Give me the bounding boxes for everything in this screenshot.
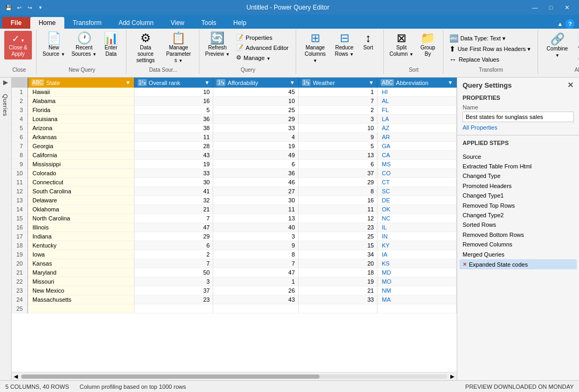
query-settings-close[interactable]: ✕ <box>567 81 574 89</box>
abbr-cell[interactable]: NC <box>377 214 457 223</box>
abbr-cell[interactable]: AR <box>377 133 457 142</box>
recent-sources-button[interactable]: 🕐 RecentSources ▼ <box>69 31 99 59</box>
data-source-settings-button[interactable]: ⚙ Data sourcesettings <box>130 31 162 65</box>
undo-icon[interactable]: ↩ <box>15 3 23 12</box>
text-analytics-button[interactable]: 📝 Text Ana... <box>575 33 579 42</box>
col-header-weather[interactable]: 1²₃ Weather ▼ <box>298 78 377 88</box>
col-header-state[interactable]: ABC State ▼ <box>28 78 134 88</box>
step-item[interactable]: Changed Type1 <box>459 191 577 200</box>
abbr-cell[interactable]: NM <box>377 286 457 295</box>
title-bar-icons: 💾 ↩ ↪ ▼ <box>4 3 45 12</box>
abbr-cell[interactable]: MA <box>377 295 457 304</box>
abbr-cell[interactable]: LA <box>377 115 457 124</box>
abbr-cell[interactable]: KS <box>377 259 457 268</box>
grid-container[interactable]: ABC State ▼ 1²₃ Overall rank ▼ <box>12 78 457 372</box>
row-number-cell: 2 <box>12 97 28 106</box>
abbr-cell[interactable]: GA <box>377 142 457 151</box>
close-button[interactable]: ✕ <box>559 0 575 15</box>
abbr-cell[interactable]: MS <box>377 160 457 169</box>
group-by-button[interactable]: 📁 GroupBy <box>417 31 439 59</box>
abbr-cell[interactable]: CA <box>377 151 457 160</box>
abbr-cell[interactable]: CT <box>377 178 457 187</box>
step-item[interactable]: Removed Top Rows⚙ <box>459 200 577 210</box>
step-item[interactable]: Merged Queries⚙ <box>459 249 577 259</box>
step-item[interactable]: ✕Expanded State codes⚙ <box>459 259 577 269</box>
azure-ml-button[interactable]: ☁ Azure M... <box>575 53 579 62</box>
redo-icon[interactable]: ↪ <box>26 3 34 12</box>
abbr-cell[interactable]: MD <box>377 268 457 277</box>
close-apply-button[interactable]: ✓ ▼ Close &Apply <box>4 31 32 59</box>
abbr-cell[interactable]: SC <box>377 187 457 196</box>
reduce-rows-button[interactable]: ⊟ ReduceRows ▼ <box>332 31 357 59</box>
abbr-cell[interactable]: CO <box>377 169 457 178</box>
expand-queries-arrow[interactable]: ▶ <box>3 79 8 86</box>
properties-button[interactable]: 📝 Properties <box>233 33 291 42</box>
tab-tools[interactable]: Tools <box>193 17 225 29</box>
tab-transform[interactable]: Transform <box>64 17 110 29</box>
step-item[interactable]: Sorted Rows <box>459 220 577 229</box>
rank-cell: 7 <box>134 214 213 223</box>
scroll-thumb[interactable] <box>21 374 320 379</box>
tab-add-column[interactable]: Add Column <box>110 17 162 29</box>
data-type-button[interactable]: 🔤 Data Type: Text ▾ <box>447 33 508 44</box>
enter-data-button[interactable]: 📊 EnterData <box>100 31 122 59</box>
abbr-cell[interactable]: IA <box>377 250 457 259</box>
use-first-row-button[interactable]: ⬆ Use First Row as Headers ▾ <box>447 44 533 54</box>
manage-columns-button[interactable]: ⊞ ManageColumns ▼ <box>299 31 331 65</box>
abbr-cell[interactable]: MO <box>377 277 457 286</box>
replace-values-button[interactable]: ↔ Replace Values <box>447 54 502 65</box>
new-source-button[interactable]: 📄 NewSource ▼ <box>40 31 68 59</box>
step-item[interactable]: Removed Columns <box>459 240 577 249</box>
scroll-left-arrow[interactable]: ◀ <box>12 373 20 379</box>
manage-parameters-button[interactable]: 📋 ManageParameters ▼ <box>163 31 195 65</box>
step-item[interactable]: Source⚙ <box>459 151 577 161</box>
abbr-cell[interactable]: HI <box>377 88 457 97</box>
ribbon-collapse-icon[interactable]: ▲ <box>557 21 563 27</box>
abbr-cell[interactable]: AL <box>377 97 457 106</box>
state-filter-icon[interactable]: ▼ <box>125 80 131 86</box>
save-icon[interactable]: 💾 <box>4 3 13 12</box>
minimize-button[interactable]: — <box>527 0 543 15</box>
col-header-abbreviation[interactable]: ABC Abbreviation ▼ <box>377 78 457 88</box>
tab-view[interactable]: View <box>162 17 193 29</box>
col-header-overall-rank[interactable]: 1²₃ Overall rank ▼ <box>134 78 213 88</box>
h-scrollbar[interactable]: ◀ ▶ <box>12 372 457 380</box>
tab-help[interactable]: Help <box>225 17 255 29</box>
step-item[interactable]: Changed Type <box>459 171 577 181</box>
step-item[interactable]: Removed Bottom Rows⚙ <box>459 229 577 240</box>
scroll-right-arrow[interactable]: ▶ <box>448 373 457 379</box>
abbr-cell[interactable]: OK <box>377 205 457 214</box>
tab-file[interactable]: File <box>2 17 30 29</box>
sort-button[interactable]: ↕ Sort <box>358 31 379 53</box>
abbr-cell[interactable]: DE <box>377 196 457 205</box>
split-column-button[interactable]: ⊠ SplitColumn ▼ <box>387 31 416 59</box>
combine-button[interactable]: 🔗 Combine ▼ <box>541 32 573 60</box>
abbr-cell[interactable]: KY <box>377 241 457 250</box>
row-number-cell: 24 <box>12 295 28 304</box>
step-item[interactable]: Changed Type2 <box>459 210 577 220</box>
afford-filter-icon[interactable]: ▼ <box>290 80 295 86</box>
col-header-affordability[interactable]: 1²₃ Affordability ▼ <box>213 78 298 88</box>
refresh-preview-button[interactable]: 🔄 RefreshPreview ▼ <box>203 31 232 59</box>
all-properties-link[interactable]: All Properties <box>463 124 574 131</box>
rank-cell: 37 <box>134 286 213 295</box>
manage-button[interactable]: ⚙ Manage ▼ <box>233 53 291 62</box>
rank-filter-icon[interactable]: ▼ <box>204 80 209 86</box>
abbr-cell[interactable]: IN <box>377 232 457 241</box>
scroll-track[interactable] <box>21 374 447 379</box>
abbr-filter-icon[interactable]: ▼ <box>448 80 453 86</box>
abbr-cell[interactable] <box>377 304 457 313</box>
step-item[interactable]: Promoted Headers⚙ <box>459 181 577 191</box>
dropdown-icon[interactable]: ▼ <box>36 3 45 12</box>
weather-filter-icon[interactable]: ▼ <box>368 80 374 86</box>
vision-button[interactable]: 👁 Vision <box>575 43 579 52</box>
query-name-input[interactable] <box>463 112 574 122</box>
maximize-button[interactable]: □ <box>543 0 559 15</box>
step-item[interactable]: Extracted Table From Html <box>459 161 577 171</box>
tab-home[interactable]: Home <box>30 17 64 29</box>
abbr-cell[interactable]: AZ <box>377 124 457 133</box>
abbr-cell[interactable]: FL <box>377 106 457 115</box>
advanced-editor-button[interactable]: 📝 Advanced Editor <box>233 43 291 52</box>
abbr-cell[interactable]: IL <box>377 223 457 232</box>
help-icon[interactable]: ? <box>565 19 575 29</box>
